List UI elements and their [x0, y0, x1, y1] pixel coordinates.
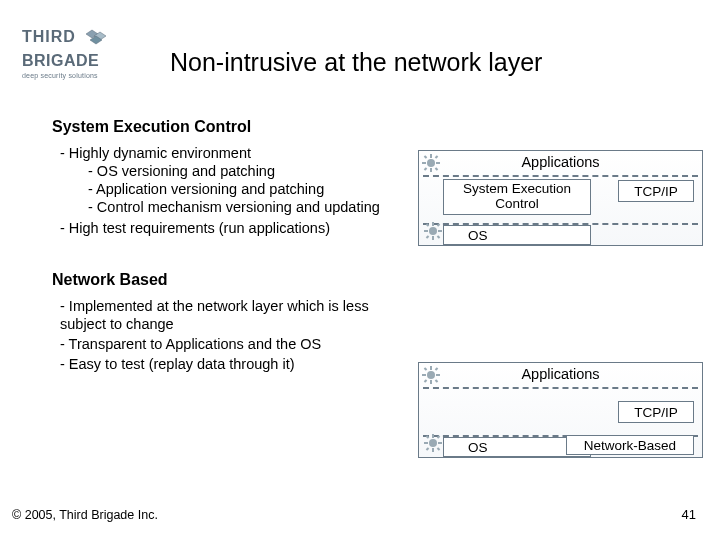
svg-rect-29: [435, 379, 439, 383]
svg-rect-5: [430, 168, 432, 172]
svg-rect-8: [424, 155, 428, 159]
logo-tagline: deep security solutions: [22, 72, 142, 79]
svg-point-12: [429, 227, 437, 235]
svg-rect-32: [432, 448, 434, 452]
diagram2-tcpip-box: TCP/IP: [618, 401, 694, 423]
logo-line1: THIRD: [22, 28, 76, 46]
bullet: High test requirements (run applications…: [60, 219, 392, 237]
diagram-network-based: Applications TCP/IP OS Network-Based: [418, 362, 703, 458]
diagram1-tcpip-box: TCP/IP: [618, 180, 694, 202]
svg-rect-20: [437, 235, 441, 239]
svg-rect-13: [432, 222, 434, 226]
bullet-text: Implemented at the network layer which i…: [60, 298, 369, 332]
svg-point-3: [427, 159, 435, 167]
sub-bullet: Application versioning and patching: [88, 180, 392, 198]
svg-rect-14: [432, 236, 434, 240]
svg-rect-9: [435, 155, 439, 159]
gear-icon: [424, 434, 442, 452]
svg-rect-17: [426, 223, 430, 227]
gear-icon: [422, 154, 440, 172]
logo-line2: BRIGADE: [22, 52, 142, 70]
svg-rect-11: [435, 167, 439, 171]
svg-rect-31: [432, 434, 434, 438]
bullet: Easy to test (replay data through it): [60, 355, 392, 373]
svg-rect-6: [422, 162, 426, 164]
footer-page-number: 41: [682, 507, 696, 522]
bullet: Transparent to Applications and the OS: [60, 335, 392, 353]
svg-rect-25: [436, 374, 440, 376]
sub-bullet-text: OS versioning and patching: [97, 163, 275, 179]
bullet-text: Highly dynamic environment: [69, 145, 251, 161]
svg-rect-27: [435, 367, 439, 371]
bullet-text: High test requirements (run applications…: [69, 220, 330, 236]
svg-rect-18: [437, 223, 441, 227]
svg-point-21: [427, 371, 435, 379]
diagram1-os-box: OS: [443, 225, 591, 245]
sub-bullet-text: Control mechanism versioning and updatin…: [97, 199, 380, 215]
diagram1-sec-box: System Execution Control: [443, 179, 591, 215]
section1-heading: System Execution Control: [52, 118, 392, 136]
svg-rect-26: [424, 367, 428, 371]
svg-rect-35: [426, 435, 430, 439]
svg-rect-7: [436, 162, 440, 164]
sub-bullet-text: Application versioning and patching: [96, 181, 324, 197]
bullet: Implemented at the network layer which i…: [60, 297, 392, 333]
logo: THIRD BRIGADE deep security solutions: [22, 28, 142, 79]
svg-rect-10: [424, 167, 428, 171]
diagram1-applications: Applications: [419, 154, 702, 170]
svg-rect-38: [437, 447, 441, 451]
bullet-text: Easy to test (replay data through it): [69, 356, 295, 372]
bullet: Highly dynamic environment OS versioning…: [60, 144, 392, 217]
gear-icon: [422, 366, 440, 384]
svg-point-30: [429, 439, 437, 447]
slide-body: System Execution Control Highly dynamic …: [52, 118, 392, 375]
sub-bullet: Control mechanism versioning and updatin…: [88, 198, 392, 216]
divider: [423, 175, 698, 177]
svg-rect-36: [437, 435, 441, 439]
divider: [423, 387, 698, 389]
svg-rect-24: [422, 374, 426, 376]
footer-copyright: © 2005, Third Brigade Inc.: [12, 508, 158, 522]
diagram2-applications: Applications: [419, 366, 702, 382]
diagram-system-execution: Applications System Execution Control TC…: [418, 150, 703, 246]
svg-rect-19: [426, 235, 430, 239]
svg-rect-37: [426, 447, 430, 451]
gear-icon: [424, 222, 442, 240]
diagram2-network-based-box: Network-Based: [566, 435, 694, 455]
svg-rect-23: [430, 380, 432, 384]
logo-cube-icon: [84, 28, 110, 54]
svg-rect-34: [438, 442, 442, 444]
slide-title: Non-intrusive at the network layer: [170, 48, 542, 77]
svg-rect-33: [424, 442, 428, 444]
svg-rect-4: [430, 154, 432, 158]
sub-bullet: OS versioning and patching: [88, 162, 392, 180]
section2-heading: Network Based: [52, 271, 392, 289]
svg-rect-16: [438, 230, 442, 232]
svg-rect-22: [430, 366, 432, 370]
bullet-text: Transparent to Applications and the OS: [69, 336, 322, 352]
svg-rect-28: [424, 379, 428, 383]
svg-rect-15: [424, 230, 428, 232]
